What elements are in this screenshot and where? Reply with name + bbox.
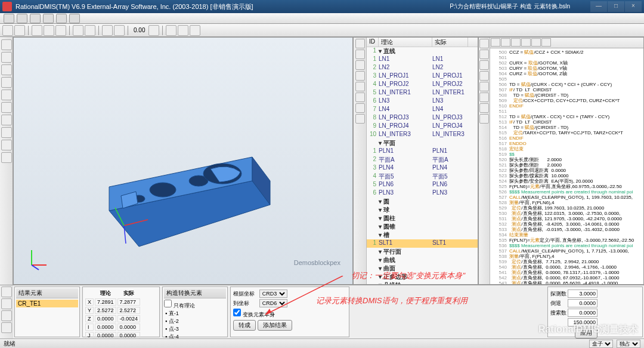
element-category[interactable]: ▾ 圆锥 [367,223,478,231]
code-mark-icon[interactable] [479,93,489,102]
code-open-icon[interactable] [501,38,510,47]
element-row[interactable]: 10LN_INTER3LN_INTER3 [367,131,478,139]
element-row[interactable]: 2LN2LN2 [367,64,478,72]
el-del-icon[interactable] [355,71,365,81]
probe-icon[interactable] [85,25,95,36]
btab-4-icon[interactable] [1,322,12,333]
btab-2-icon[interactable] [1,298,12,309]
zoom-icon[interactable] [114,25,125,36]
element-row[interactable]: 5PLN6PLN6 [367,181,478,189]
el-edit-icon[interactable] [355,82,365,91]
code-step-icon[interactable] [479,60,489,70]
el-sort-icon[interactable] [355,50,365,59]
element-category[interactable]: ▾ 圆柱 [367,214,478,223]
code-opt-icon[interactable] [479,114,489,124]
save-icon[interactable] [32,25,42,36]
status-combo-1[interactable]: 盒子 [589,340,613,348]
code-editor[interactable]: 500CCZ = 赋值/CCZ + CCK * SDIAK/2501502CUR… [490,48,643,284]
cone-icon[interactable] [1,115,12,125]
element-row[interactable]: 4LN_PROJ2LN_PROJ2 [367,81,478,89]
root-crd-select[interactable]: CRD3 [259,290,287,298]
code-save-icon[interactable] [511,38,521,47]
redo-icon[interactable] [55,25,66,36]
cylinder-icon[interactable] [1,102,12,113]
element-category[interactable]: ▾ 曲面 [367,264,478,273]
status-combo-2[interactable]: 独占 [617,340,640,348]
element-list[interactable]: ID 理论 实际 1▾ 直线1LN1LN12LN2LN23LN_PROJ1LN_… [367,38,478,284]
element-row[interactable]: 5LN_INTER1LN_INTER1 [367,89,478,97]
menu-icon-5[interactable] [56,14,67,23]
element-category[interactable]: ▾ 平面 [367,139,478,147]
element-category[interactable]: ▾ 圆 [367,198,478,206]
undo-icon[interactable] [44,25,54,36]
element-row[interactable]: 1PLN1PLN1 [367,147,478,156]
el-exp-icon[interactable] [355,114,365,124]
element-row[interactable]: 6LN3LN3 [367,97,478,106]
el-filter-icon[interactable] [355,39,365,48]
new-icon[interactable] [2,25,13,36]
result-elem-item[interactable]: CR_TE1 [16,300,78,307]
code-cut-icon[interactable] [521,38,531,47]
search-input[interactable] [568,309,597,317]
add-result-button[interactable]: 添加结果 [258,320,292,331]
convert-item[interactable]: ▪ 直-1 [164,310,226,318]
code-find-icon[interactable] [479,82,489,91]
menu-icon-3[interactable] [30,14,41,23]
col-actual[interactable]: 实际 [432,38,468,47]
btab-1-icon[interactable] [1,287,12,297]
code-bp-icon[interactable] [479,71,489,81]
tool-a-icon[interactable] [166,25,177,36]
retract-input[interactable] [568,299,597,307]
btab-3-icon[interactable] [1,310,12,321]
element-row[interactable]: 1LN1LN1 [367,56,478,64]
tool-c-icon[interactable] [190,25,200,36]
only-theory-check[interactable] [164,300,172,307]
axis-icon[interactable] [148,25,159,36]
col-theory[interactable]: 理论 [379,38,432,47]
element-row[interactable]: 3PLN4PLN4 [367,164,478,173]
element-row[interactable]: 9LN_PROJ4LN_PROJ4 [367,122,478,131]
element-category[interactable]: 1▾ 直线 [367,47,478,56]
line-icon[interactable] [1,64,12,75]
menu-icon-4[interactable] [43,14,54,23]
element-category[interactable]: ▾ 正多边形 [367,273,478,281]
circle-icon[interactable] [1,90,12,100]
tool-b-icon[interactable] [178,25,188,36]
convert-item[interactable]: ▪ 点-3 [164,325,226,333]
menu-icon-2[interactable] [17,14,27,23]
el-info-icon[interactable] [355,93,365,102]
probe-count-input[interactable] [568,290,597,298]
element-category[interactable]: ▾ 槽 [367,231,478,239]
measure-icon[interactable] [73,25,83,36]
select-icon[interactable] [1,39,12,50]
replace-elem-check[interactable] [233,309,241,316]
plane-icon[interactable] [1,77,12,88]
element-category[interactable]: ▾ 球 [367,206,478,214]
minimize-button[interactable]: — [590,1,607,12]
element-row[interactable]: 3LN_PROJ1LN_PROJ1 [367,72,478,81]
el-add-icon[interactable] [355,60,365,70]
element-row[interactable]: 2平面A平面A [367,156,478,164]
element-category[interactable]: ▾ 凸缘轮 [367,281,478,284]
maximize-button[interactable]: □ [608,1,624,12]
convert-item[interactable]: ▪ 点-2 [164,318,226,325]
menu-icon-1[interactable] [4,14,14,23]
more-icon[interactable] [1,152,12,163]
element-row[interactable]: 6PLN3PLN3 [367,189,478,198]
element-category[interactable]: ▾ 曲线 [367,256,478,264]
to-crd-select[interactable]: CRD6 [259,299,287,307]
3d-viewport[interactable]: Demosblockpex [13,37,353,285]
element-category[interactable]: ▾ 平行面 [367,248,478,256]
sphere-icon[interactable] [1,127,12,138]
code-paste-icon[interactable] [541,38,551,47]
element-row[interactable]: 4平面5平面5 [367,173,478,181]
element-row[interactable]: 7LN4LN4 [367,106,478,114]
point-icon[interactable] [1,52,12,63]
menu-icon-6[interactable] [69,14,80,23]
code-stop-icon[interactable] [479,50,489,59]
element-row[interactable]: 1SLT1SLT1 [367,239,478,248]
open-icon[interactable] [14,25,25,36]
col-id[interactable]: ID [367,38,379,47]
code-copy-icon[interactable] [531,38,541,47]
code-new-icon[interactable] [491,38,500,47]
